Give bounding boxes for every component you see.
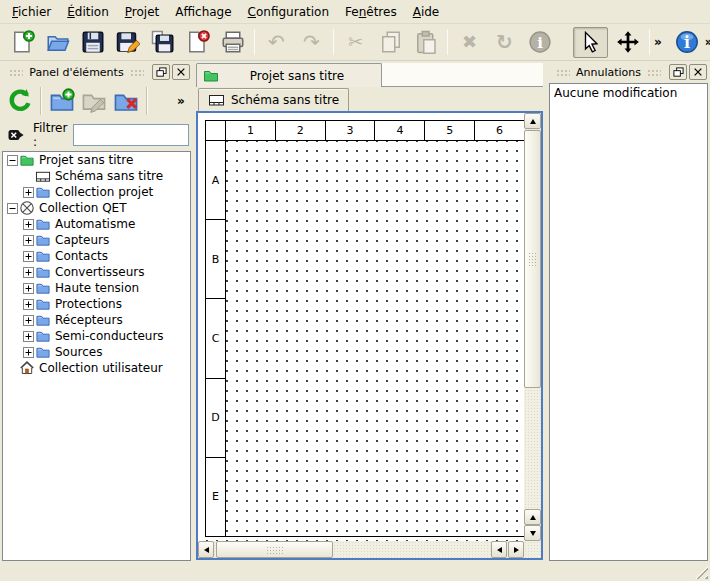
tree-item-collection-qet[interactable]: Collection QET <box>3 200 190 216</box>
expander-icon[interactable] <box>22 283 34 294</box>
row-header-c: C <box>206 298 225 377</box>
menu-item-fichier[interactable]: Fichier <box>4 2 59 22</box>
expander-icon[interactable] <box>22 315 34 326</box>
tree-item-recepteurs[interactable]: Récepteurs <box>3 312 190 328</box>
delete-button[interactable]: ✖ <box>452 27 487 58</box>
scroll-right-button[interactable] <box>508 541 524 558</box>
paste-button[interactable] <box>408 27 443 58</box>
open-document-button[interactable] <box>40 27 75 58</box>
tree-item-haute-tension[interactable]: Haute tension <box>3 280 190 296</box>
tree-item-collection-utilisateur[interactable]: Collection utilisateur <box>3 360 190 376</box>
save-button[interactable] <box>75 27 110 58</box>
tree-item-automatisme[interactable]: Automatisme <box>3 216 190 232</box>
column-header-5: 5 <box>424 121 474 140</box>
expander-icon[interactable] <box>22 251 34 262</box>
copy-button[interactable] <box>373 27 408 58</box>
redo-button[interactable]: ↷ <box>294 27 329 58</box>
undo-history-list[interactable]: Aucune modification <box>549 83 708 561</box>
undo-panel-titlebar: Annulations <box>547 63 710 81</box>
rotate-button[interactable]: ↻ <box>487 27 522 58</box>
expander-icon[interactable] <box>22 235 34 246</box>
dock-grip[interactable] <box>130 68 144 76</box>
scroll-down-button[interactable] <box>524 525 541 541</box>
folder-blue-icon <box>34 280 51 296</box>
tree-item-label: Haute tension <box>55 281 139 295</box>
expander-icon[interactable] <box>22 299 34 310</box>
clear-filter-icon[interactable] <box>5 127 27 143</box>
triangle-left-icon <box>204 547 209 553</box>
expander-icon[interactable] <box>6 203 18 214</box>
float-dock-button[interactable] <box>152 64 170 80</box>
expander-icon[interactable] <box>22 331 34 342</box>
dock-grip[interactable] <box>556 68 570 76</box>
dock-grip[interactable] <box>647 68 661 76</box>
tree-item-projet-sans-titre[interactable]: Projet sans titre <box>3 152 190 168</box>
panel-overflow-button[interactable]: » <box>173 94 189 108</box>
delete-category-button[interactable] <box>110 85 142 117</box>
save-as-button[interactable] <box>110 27 145 58</box>
horizontal-scroll-thumb[interactable] <box>216 541 333 558</box>
tab-projet-sans-titre[interactable]: Projet sans titre <box>196 63 382 87</box>
tree-item-collection-projet[interactable]: Collection projet <box>3 184 190 200</box>
horizontal-scrollbar[interactable] <box>198 541 524 558</box>
home-icon <box>18 360 35 376</box>
triangle-up-icon <box>530 119 536 124</box>
about-button[interactable]: i <box>670 27 705 58</box>
scroll-up-button-2[interactable] <box>524 509 541 525</box>
toolbar-separator <box>333 29 334 55</box>
filter-input[interactable] <box>73 124 189 146</box>
folder-blue-icon <box>34 248 51 264</box>
scrollbar-corner <box>524 541 541 558</box>
expander-icon[interactable] <box>6 155 18 166</box>
tree-item-schema-sans-titre[interactable]: Schéma sans titre <box>3 168 190 184</box>
scroll-mode-button[interactable] <box>610 27 645 58</box>
menu-item-configuration[interactable]: Configuration <box>240 2 337 22</box>
tree-item-sources[interactable]: Sources <box>3 344 190 360</box>
edit-category-button[interactable] <box>78 85 110 117</box>
menu-item-affichage[interactable]: Affichage <box>167 2 239 22</box>
resize-grip[interactable] <box>695 566 708 579</box>
reload-collections-button[interactable] <box>4 85 36 117</box>
clipboard-toolbar-group: ✂ <box>338 27 443 58</box>
menu-item-aide[interactable]: Aide <box>405 2 448 22</box>
undo-button[interactable]: ↶ <box>259 27 294 58</box>
tree-item-semi-conducteurs[interactable]: Semi-conducteurs <box>3 328 190 344</box>
menu-item-projet[interactable]: Projet <box>117 2 167 22</box>
vertical-scrollbar[interactable] <box>524 113 541 541</box>
project-tab-label: Projet sans titre <box>219 69 375 83</box>
scroll-left-button[interactable] <box>198 541 214 558</box>
scroll-left-button-2[interactable] <box>491 541 507 558</box>
cut-button[interactable]: ✂ <box>338 27 373 58</box>
close-document-button[interactable] <box>180 27 215 58</box>
undo-list-item[interactable]: Aucune modification <box>550 84 707 102</box>
expander-icon[interactable] <box>22 347 34 358</box>
close-dock-button[interactable] <box>689 64 707 80</box>
select-mode-button[interactable] <box>573 27 608 58</box>
close-dock-button[interactable] <box>172 64 190 80</box>
folder-blue-icon <box>34 184 51 200</box>
float-icon <box>156 67 167 78</box>
tree-item-capteurs[interactable]: Capteurs <box>3 232 190 248</box>
toolbar-overflow-button[interactable]: » <box>654 35 662 49</box>
menu-item-fenetres[interactable]: Fenêtres <box>337 2 405 22</box>
menu-item-edition[interactable]: Édition <box>59 2 117 22</box>
tree-item-convertisseurs[interactable]: Convertisseurs <box>3 264 190 280</box>
print-button[interactable] <box>215 27 250 58</box>
tree-item-contacts[interactable]: Contacts <box>3 248 190 264</box>
new-category-button[interactable] <box>46 85 78 117</box>
conductor-info-button[interactable]: i <box>522 27 557 58</box>
triangle-down-icon <box>530 531 536 536</box>
save-all-button[interactable] <box>145 27 180 58</box>
vertical-scroll-thumb[interactable] <box>524 130 541 388</box>
tab-schema-sans-titre[interactable]: Schéma sans titre <box>198 88 349 111</box>
expander-icon[interactable] <box>22 187 34 198</box>
scroll-up-button[interactable] <box>524 113 541 129</box>
expander-icon[interactable] <box>22 219 34 230</box>
expander-icon[interactable] <box>22 267 34 278</box>
tree-item-protections[interactable]: Protections <box>3 296 190 312</box>
float-dock-button[interactable] <box>669 64 687 80</box>
dock-grip[interactable] <box>9 68 23 76</box>
new-document-button[interactable] <box>5 27 40 58</box>
toolbar-overflow-button[interactable]: » <box>705 35 710 49</box>
diagram-canvas[interactable]: 123456 ABCDE <box>198 113 524 541</box>
